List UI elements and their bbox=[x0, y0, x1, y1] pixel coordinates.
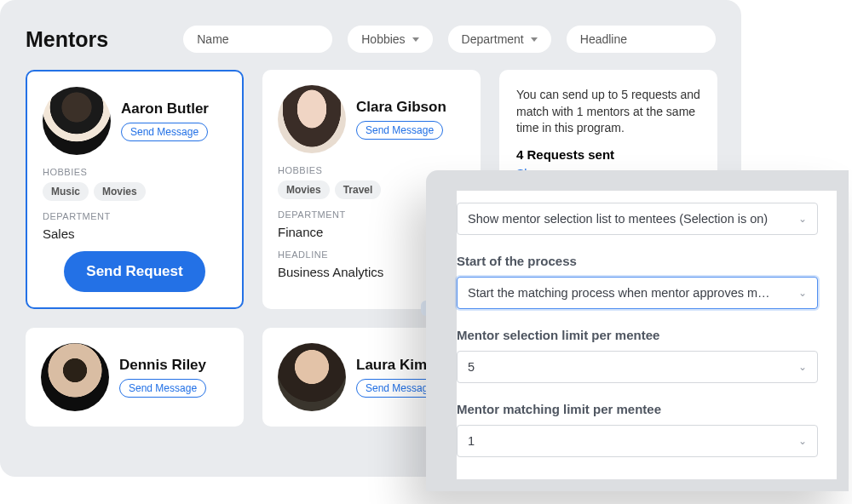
chevron-down-icon bbox=[412, 37, 419, 42]
matching-limit-label: Mentor matching limit per mentee bbox=[457, 402, 818, 416]
filter-headline[interactable]: Headline bbox=[567, 26, 716, 53]
start-process-label: Start of the process bbox=[457, 254, 818, 268]
send-request-button[interactable]: Send Request bbox=[64, 251, 204, 292]
header-row: Mentors Name Hobbies Department Headline bbox=[26, 26, 716, 53]
chevron-down-icon: ⌄ bbox=[798, 435, 807, 447]
select-value: 1 bbox=[468, 434, 475, 448]
select-value: Start the matching process when mentor a… bbox=[468, 286, 770, 300]
selection-limit-select[interactable]: 5 ⌄ bbox=[457, 351, 818, 383]
mentor-card[interactable]: Aaron Butler Send Message HOBBIES Music … bbox=[26, 70, 244, 309]
avatar bbox=[278, 343, 346, 411]
selection-limit-label: Mentor selection limit per mentee bbox=[457, 328, 818, 342]
matching-limit-select[interactable]: 1 ⌄ bbox=[457, 425, 818, 457]
filter-department-label: Department bbox=[462, 32, 524, 46]
page-title: Mentors bbox=[26, 27, 108, 52]
settings-inner: Show mentor selection list to mentees (S… bbox=[457, 191, 837, 479]
filter-department[interactable]: Department bbox=[448, 26, 551, 53]
start-process-select[interactable]: Start the matching process when mentor a… bbox=[457, 277, 818, 309]
filter-hobbies-label: Hobbies bbox=[361, 32, 405, 46]
filter-name[interactable]: Name bbox=[183, 26, 332, 53]
department-value: Sales bbox=[43, 226, 227, 241]
avatar bbox=[278, 85, 346, 153]
requests-sent-count: 4 Requests sent bbox=[516, 147, 700, 162]
send-message-button[interactable]: Send Message bbox=[356, 121, 443, 140]
settings-panel: Show mentor selection list to mentees (S… bbox=[426, 170, 849, 491]
select-value: 5 bbox=[468, 360, 475, 374]
info-text: You can send up to 5 requests and match … bbox=[516, 87, 700, 137]
send-message-button[interactable]: Send Message bbox=[119, 379, 206, 398]
hobbies-label: HOBBIES bbox=[43, 167, 227, 177]
filter-name-label: Name bbox=[197, 32, 228, 46]
mentor-name: Clara Gibson bbox=[356, 99, 446, 116]
hobby-chip: Movies bbox=[94, 182, 146, 201]
mentor-card[interactable]: Dennis Riley Send Message bbox=[26, 328, 244, 427]
filter-hobbies[interactable]: Hobbies bbox=[348, 26, 432, 53]
chevron-down-icon bbox=[531, 37, 538, 42]
avatar bbox=[43, 87, 111, 155]
selection-visibility-select[interactable]: Show mentor selection list to mentees (S… bbox=[457, 203, 818, 235]
filter-headline-label: Headline bbox=[580, 32, 627, 46]
chevron-down-icon: ⌄ bbox=[798, 361, 807, 373]
avatar bbox=[41, 343, 109, 411]
mentor-name: Aaron Butler bbox=[121, 100, 209, 117]
send-message-button[interactable]: Send Message bbox=[121, 123, 208, 141]
select-value: Show mentor selection list to mentees (S… bbox=[468, 212, 768, 226]
hobby-chip: Travel bbox=[335, 180, 382, 199]
chevron-down-icon: ⌄ bbox=[798, 287, 807, 299]
hobby-chip: Music bbox=[43, 182, 89, 201]
hobby-chip: Movies bbox=[278, 180, 330, 199]
mentor-name: Dennis Riley bbox=[119, 357, 206, 374]
department-label: DEPARTMENT bbox=[43, 211, 227, 221]
chevron-down-icon: ⌄ bbox=[798, 213, 807, 225]
